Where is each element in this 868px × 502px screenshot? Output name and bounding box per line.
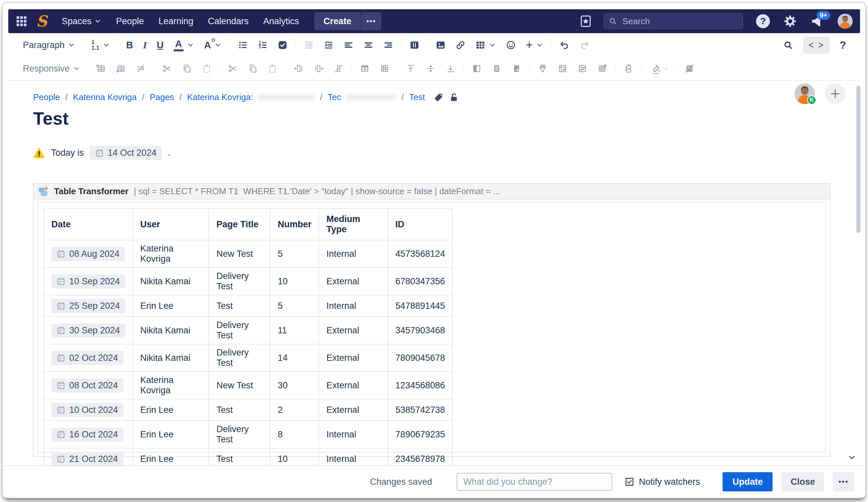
create-more-button[interactable]: ••• (361, 12, 381, 30)
date-chip[interactable]: 21 Oct 2024 (51, 452, 123, 466)
cell-user[interactable]: Erin Lee (133, 295, 209, 317)
chart-from-table-icon[interactable] (577, 64, 587, 74)
column-header-page-title[interactable]: Page Title (209, 209, 270, 240)
cell-medium-type[interactable]: External (319, 268, 388, 295)
add-contributor-button[interactable] (825, 83, 846, 104)
delete-column-icon[interactable] (334, 64, 343, 74)
contributor-avatar[interactable]: K (794, 83, 815, 104)
cell-page-title[interactable]: Delivery Test (209, 344, 270, 372)
breadcrumb-current-page[interactable]: Test (409, 92, 425, 102)
align-cell-bottom-icon[interactable] (446, 64, 456, 74)
numbered-list-icon[interactable] (258, 40, 268, 50)
align-right-icon[interactable] (383, 40, 393, 50)
cut-row-icon[interactable] (162, 64, 172, 74)
cell-page-title[interactable]: Test (209, 399, 270, 421)
italic-button[interactable]: I (143, 40, 147, 50)
date-chip[interactable]: 08 Oct 2024 (51, 378, 123, 393)
footer-more-button[interactable]: ••• (833, 472, 854, 491)
cell-date[interactable]: 08 Aug 2024 (44, 240, 133, 268)
cell-medium-type[interactable]: External (319, 372, 388, 399)
cell-date[interactable]: 08 Oct 2024 (44, 372, 133, 399)
insert-table-dropdown[interactable] (475, 40, 496, 50)
table-no-wrap-icon[interactable] (136, 64, 146, 74)
cell-page-title[interactable]: Delivery Test (209, 421, 270, 448)
table-style-rows-icon[interactable] (492, 64, 502, 74)
paragraph-style-dropdown[interactable]: Paragraph (23, 40, 75, 50)
page-title[interactable]: Test (33, 108, 69, 129)
table-insert-cell-below-icon[interactable] (116, 64, 126, 74)
cell-number[interactable]: 2 (270, 399, 319, 421)
breadcrumb-subpage[interactable]: Tec (328, 92, 341, 102)
cell-date[interactable]: 02 Oct 2024 (44, 344, 133, 372)
redo-icon[interactable] (579, 40, 589, 50)
cell-number[interactable]: 11 (270, 317, 319, 344)
cell-medium-type[interactable]: Internal (319, 295, 388, 317)
cell-fill-color-icon[interactable] (650, 64, 668, 74)
labels-tag-icon[interactable] (434, 92, 444, 102)
column-header-number[interactable]: Number (270, 209, 319, 240)
cell-id[interactable]: 5478891445 (388, 295, 453, 317)
underline-button[interactable]: U (157, 40, 164, 50)
date-chip[interactable]: 14 Oct 2024 (90, 146, 162, 160)
cell-id[interactable]: 5385742738 (388, 399, 453, 421)
cell-user[interactable]: Katerina Kovriga (133, 372, 209, 399)
import-table-icon[interactable] (623, 64, 633, 74)
menu-analytics[interactable]: Analytics (264, 16, 299, 27)
insert-link-icon[interactable] (456, 40, 465, 50)
cell-medium-type[interactable]: External (319, 317, 388, 344)
align-center-icon[interactable] (363, 40, 373, 50)
help-icon[interactable]: ? (756, 14, 770, 28)
column-header-date[interactable]: Date (44, 209, 133, 240)
cell-id[interactable]: 7890679235 (388, 421, 453, 448)
numbered-headings-dropdown[interactable]: 11.1 (91, 39, 110, 51)
cell-number[interactable]: 14 (270, 344, 319, 372)
cell-user[interactable]: Katerina Kovriga (133, 240, 209, 268)
cell-medium-type[interactable]: Internal (319, 421, 388, 448)
insert-column-right-icon[interactable] (314, 64, 324, 74)
indent-icon[interactable] (324, 40, 334, 50)
align-cell-middle-icon[interactable] (426, 64, 436, 74)
cell-date[interactable]: 25 Sep 2024 (44, 295, 133, 317)
cell-page-title[interactable]: New Test (209, 240, 270, 268)
cell-id[interactable]: 3457903468 (388, 317, 453, 344)
update-button[interactable]: Update (723, 472, 773, 491)
breadcrumb-space[interactable]: Katerina Kovriga (73, 92, 136, 102)
cell-medium-type[interactable]: External (319, 344, 388, 372)
app-switcher-icon[interactable] (16, 15, 28, 27)
macro-header[interactable]: Table Transformer | sql = SELECT * FROM … (33, 184, 830, 199)
emoji-icon[interactable] (506, 40, 516, 50)
table-insert-cell-left-icon[interactable] (96, 64, 106, 74)
cell-user[interactable]: Nikita Kamai (133, 268, 209, 295)
add-spreadsheet-icon[interactable] (597, 64, 607, 74)
site-logo[interactable]: S (36, 13, 47, 29)
cell-id[interactable]: 1234568086 (388, 372, 453, 399)
paste-column-icon[interactable] (268, 64, 278, 74)
cell-id[interactable]: 6780347356 (388, 268, 453, 295)
align-left-icon[interactable] (343, 40, 353, 50)
cell-id[interactable]: 7809045678 (388, 344, 453, 372)
bullet-list-icon[interactable] (238, 40, 248, 50)
user-avatar[interactable] (838, 13, 853, 29)
date-chip[interactable]: 02 Oct 2024 (51, 351, 123, 365)
table-header-row-icon[interactable] (360, 64, 370, 74)
outdent-icon[interactable] (304, 40, 314, 50)
cell-medium-type[interactable]: Internal (319, 240, 388, 268)
bold-button[interactable]: B (126, 40, 133, 50)
menu-people[interactable]: People (116, 16, 144, 27)
table-style-footer-icon[interactable] (512, 64, 521, 74)
cell-number[interactable]: 5 (270, 295, 319, 317)
undo-icon[interactable] (560, 40, 569, 50)
breadcrumb-people[interactable]: People (33, 92, 60, 102)
column-header-id[interactable]: ID (388, 209, 453, 240)
insert-image-icon[interactable] (436, 40, 446, 50)
cell-id[interactable]: 4573568124 (388, 240, 453, 268)
cell-number[interactable]: 30 (270, 372, 319, 399)
paste-row-icon[interactable] (202, 64, 212, 74)
date-chip[interactable]: 10 Sep 2024 (51, 274, 125, 289)
pivot-table-icon[interactable] (558, 64, 568, 74)
date-chip[interactable]: 25 Sep 2024 (51, 299, 125, 313)
cell-date[interactable]: 30 Sep 2024 (44, 317, 133, 344)
notify-watchers-toggle[interactable]: Notify watchers (625, 477, 700, 487)
cell-medium-type[interactable]: External (319, 399, 388, 421)
copy-row-icon[interactable] (182, 64, 192, 74)
